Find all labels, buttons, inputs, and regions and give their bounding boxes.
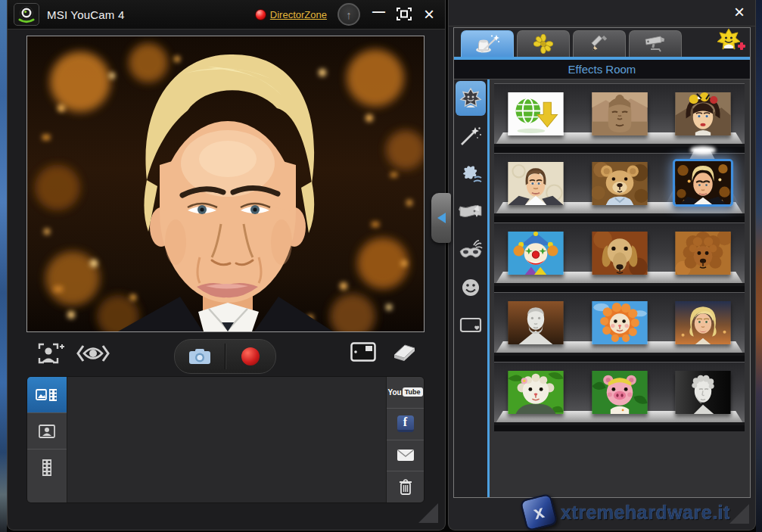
eraser-icon <box>391 342 417 362</box>
record-icon <box>241 347 260 366</box>
close-button[interactable]: × <box>734 3 745 21</box>
effect-thumb-plush-sheep[interactable] <box>508 371 564 414</box>
resize-grip[interactable] <box>418 503 438 523</box>
shelf-edge <box>494 213 745 216</box>
tab-surveillance[interactable] <box>629 30 682 57</box>
filter-all-media-button[interactable] <box>27 377 67 413</box>
room-header: Effects Room <box>454 60 750 79</box>
category-frames[interactable] <box>456 194 486 229</box>
category-emoticons[interactable] <box>456 270 486 305</box>
titlebar: MSI YouCam 4 DirectorZone ↑ — × <box>8 0 445 30</box>
category-avatars[interactable] <box>456 81 486 116</box>
youcam-logo-icon <box>14 3 39 26</box>
effect-thumb-clown[interactable] <box>508 232 564 275</box>
effects-titlebar: × <box>449 0 755 26</box>
restore-icon <box>397 8 412 20</box>
shelf-edge <box>494 353 745 356</box>
directorzone-orb-icon <box>255 9 266 20</box>
envelope-icon <box>397 449 415 462</box>
shelf-edge <box>494 283 745 286</box>
video-preview <box>26 36 425 332</box>
directorzone-link[interactable]: DirectorZone <box>255 9 327 20</box>
ribbon-frame-icon <box>459 202 483 222</box>
frame-heart-icon <box>459 316 482 334</box>
record-button[interactable] <box>225 340 275 373</box>
capture-controls <box>26 339 423 374</box>
pip-display-button[interactable] <box>350 342 376 365</box>
media-library: You Tube f <box>26 376 425 503</box>
effect-thumb-geisha-avatar[interactable] <box>675 92 731 135</box>
effect-thumb-david-statue[interactable] <box>675 371 731 414</box>
xtremehardware-logo: x <box>520 493 558 532</box>
shelf-edge <box>494 422 745 425</box>
photo-and-video-icon <box>36 388 58 402</box>
masquerade-mask-icon <box>459 239 483 260</box>
yellow-flower-icon <box>533 34 553 54</box>
maximize-button[interactable] <box>397 6 412 23</box>
effect-thumb-download-from-directorzone[interactable] <box>508 92 564 135</box>
share-youtube-button[interactable]: You Tube <box>387 377 424 409</box>
tab-draw-room[interactable] <box>573 30 626 57</box>
effects-panel: Effects Room <box>453 27 751 498</box>
effects-window: × <box>448 0 756 530</box>
upload-arrow-icon: ↑ <box>346 8 352 21</box>
tab-gadgets[interactable] <box>517 30 570 57</box>
panel-collapse-handle[interactable] <box>431 193 451 243</box>
tab-bar <box>454 28 750 57</box>
filter-photos-button[interactable] <box>27 413 67 450</box>
shelf-row-5 <box>494 362 745 431</box>
star-face-icon <box>459 88 482 109</box>
eye-icon <box>76 342 110 365</box>
trash-icon <box>399 479 412 495</box>
resize-grip[interactable] <box>729 504 749 524</box>
desktop-background-left <box>0 0 7 532</box>
watermark-text: xtremehardware.it <box>561 502 730 524</box>
snapshot-button[interactable] <box>175 340 225 373</box>
effect-thumb-plush-pig[interactable] <box>592 371 648 414</box>
category-particles[interactable] <box>456 157 486 191</box>
effect-thumb-teddy-bear[interactable] <box>592 162 648 205</box>
category-magic-wand[interactable] <box>456 119 486 154</box>
add-avatar-button[interactable] <box>717 28 745 55</box>
share-facebook-button[interactable]: f <box>387 409 424 440</box>
upload-button[interactable]: ↑ <box>337 3 360 26</box>
category-masks[interactable] <box>456 232 486 267</box>
effects-shelves <box>490 79 750 497</box>
effect-thumb-poodle-dog[interactable] <box>675 232 731 275</box>
filter-videos-button[interactable] <box>27 450 67 485</box>
minimize-button[interactable]: — <box>371 5 386 24</box>
tab-effects-room[interactable] <box>461 30 514 57</box>
magic-hat-wand-icon <box>475 34 499 54</box>
surveillance-camera-icon <box>644 35 667 53</box>
shelf-row-4 <box>494 292 745 362</box>
category-sidebar <box>454 79 490 497</box>
face-tracking-button[interactable] <box>76 342 110 368</box>
face-login-button[interactable] <box>37 342 64 369</box>
capture-pill <box>174 339 276 374</box>
effect-thumb-plush-lion[interactable] <box>592 301 648 344</box>
filmstrip-icon <box>42 459 52 476</box>
media-gallery-empty[interactable] <box>67 377 386 502</box>
effect-thumb-blond-man-avatar[interactable] <box>673 159 733 207</box>
delete-media-button[interactable] <box>387 471 424 502</box>
close-button[interactable]: × <box>422 7 436 22</box>
effect-thumb-terracotta-warrior[interactable] <box>592 92 648 135</box>
facebook-icon: f <box>397 415 414 432</box>
magic-wand-icon <box>459 126 482 147</box>
share-email-button[interactable] <box>387 440 424 472</box>
effect-thumb-lincoln-bust[interactable] <box>508 301 564 344</box>
photo-icon <box>39 425 55 438</box>
erase-effect-button[interactable] <box>391 342 417 365</box>
effect-thumb-blonde-woman-avatar[interactable] <box>675 301 731 344</box>
effect-thumb-golden-retriever-dog[interactable] <box>592 232 648 275</box>
pencil-icon <box>589 34 609 54</box>
category-scenes[interactable] <box>456 308 486 343</box>
shelf-row-2 <box>494 153 745 222</box>
shelf-edge <box>494 144 745 147</box>
face-add-icon <box>37 342 64 366</box>
pip-screen-icon <box>350 342 376 362</box>
effect-thumb-brown-hair-man-avatar[interactable] <box>508 162 564 205</box>
shelf-row-1 <box>494 83 745 153</box>
shelf-row-3 <box>494 222 745 292</box>
chevron-left-icon <box>432 213 446 223</box>
